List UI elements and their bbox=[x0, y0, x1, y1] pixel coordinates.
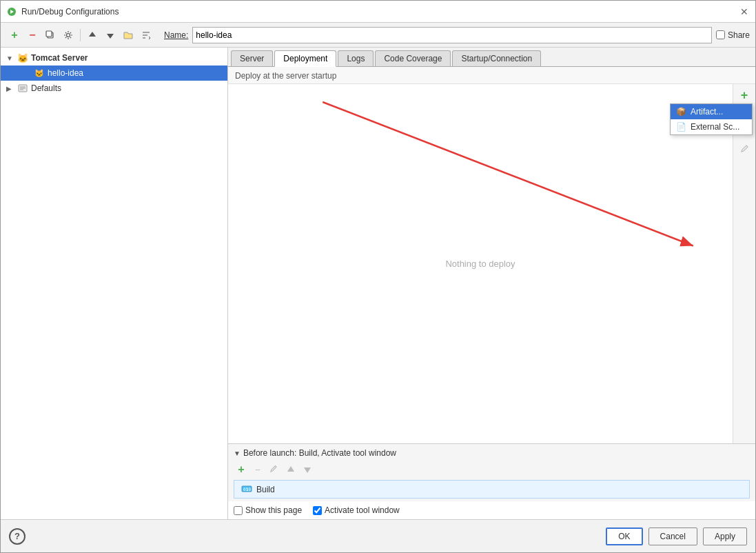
defaults-toggle[interactable]: ▶ bbox=[6, 85, 16, 92]
share-checkbox-area: Share bbox=[716, 30, 750, 40]
main-layout: ▼ 🐱 Tomcat Server 🐱 hello-idea ▶ bbox=[1, 48, 755, 519]
svg-rect-3 bbox=[46, 31, 52, 37]
deploy-label: Deploy at the server startup bbox=[228, 67, 755, 84]
bottom-options: Show this page Activate tool window bbox=[228, 501, 755, 519]
svg-point-4 bbox=[67, 33, 70, 37]
tree-item-tomcat[interactable]: ▼ 🐱 Tomcat Server bbox=[1, 50, 227, 66]
svg-text:10: 10 bbox=[246, 487, 252, 492]
settings-button[interactable] bbox=[60, 27, 76, 43]
bl-add-button[interactable]: + bbox=[234, 462, 249, 477]
tab-server[interactable]: Server bbox=[231, 50, 273, 66]
build-item[interactable]: 01 10 Build bbox=[234, 480, 750, 499]
title-bar: Run/Debug Configurations ✕ bbox=[1, 1, 755, 23]
deploy-list: Nothing to deploy bbox=[228, 84, 733, 443]
deploy-dropdown: 📦 Artifact... 📄 External Sc... bbox=[670, 103, 753, 135]
hello-idea-icon: 🐱 bbox=[34, 68, 45, 79]
toolbar-separator bbox=[80, 29, 81, 41]
external-icon: 📄 bbox=[676, 122, 686, 132]
footer: ? OK Cancel Apply bbox=[1, 519, 755, 552]
activate-window-checkbox[interactable] bbox=[313, 506, 322, 515]
run-debug-dialog: Run/Debug Configurations ✕ + − bbox=[0, 0, 756, 553]
move-down-button[interactable] bbox=[102, 27, 119, 43]
deploy-section: Deploy at the server startup bbox=[228, 67, 755, 443]
dialog-icon bbox=[6, 6, 17, 17]
right-panel: Server Deployment Logs Code Coverage Sta… bbox=[228, 48, 755, 519]
tomcat-toggle[interactable]: ▼ bbox=[6, 54, 16, 62]
external-label: External Sc... bbox=[691, 122, 739, 132]
before-launch-section: ▼ Before launch: Build, Activate tool wi… bbox=[228, 443, 755, 501]
tree-item-hello-idea[interactable]: 🐱 hello-idea bbox=[1, 66, 227, 81]
defaults-label: Defaults bbox=[31, 83, 61, 93]
cancel-button[interactable]: Cancel bbox=[648, 527, 697, 545]
apply-button[interactable]: Apply bbox=[703, 527, 747, 545]
help-icon: ? bbox=[14, 531, 20, 541]
show-page-checkbox[interactable] bbox=[234, 506, 243, 515]
tab-startup[interactable]: Startup/Connection bbox=[452, 50, 541, 66]
artifact-label: Artifact... bbox=[691, 107, 723, 117]
bl-edit-button[interactable] bbox=[267, 462, 282, 477]
tab-content: Deploy at the server startup bbox=[228, 67, 755, 519]
dropdown-artifact[interactable]: 📦 Artifact... bbox=[671, 104, 752, 119]
before-launch-toolbar: + − bbox=[228, 462, 755, 480]
copy-config-button[interactable] bbox=[42, 27, 59, 43]
close-button[interactable]: ✕ bbox=[739, 6, 750, 17]
tree-item-defaults[interactable]: ▶ Defaults bbox=[1, 81, 227, 96]
tab-coverage[interactable]: Code Coverage bbox=[375, 50, 451, 66]
show-page-label: Show this page bbox=[245, 505, 302, 515]
sort-button[interactable] bbox=[138, 27, 154, 43]
build-icon: 01 10 bbox=[241, 483, 252, 496]
tab-deployment[interactable]: Deployment bbox=[274, 50, 336, 67]
activate-window-option[interactable]: Activate tool window bbox=[313, 505, 400, 515]
deploy-side-toolbar: + 📦 Artifact... 📄 bbox=[733, 84, 755, 443]
artifact-icon: 📦 bbox=[676, 107, 686, 117]
build-label: Build bbox=[256, 485, 275, 494]
show-page-option[interactable]: Show this page bbox=[234, 505, 302, 515]
tomcat-icon: 🐱 bbox=[17, 52, 28, 63]
hello-idea-label: hello-idea bbox=[48, 68, 83, 78]
tabs-bar: Server Deployment Logs Code Coverage Sta… bbox=[228, 48, 755, 67]
tomcat-label: Tomcat Server bbox=[31, 53, 88, 63]
name-label: Name: bbox=[164, 30, 188, 40]
bl-remove-button[interactable]: − bbox=[250, 462, 265, 477]
move-up-button[interactable] bbox=[84, 27, 101, 43]
add-deploy-container: + 📦 Artifact... 📄 bbox=[736, 87, 753, 103]
folder-button[interactable] bbox=[120, 27, 136, 43]
svg-line-10 bbox=[323, 102, 693, 245]
deploy-row: Nothing to deploy + 📦 bbox=[228, 84, 755, 443]
left-panel: ▼ 🐱 Tomcat Server 🐱 hello-idea ▶ bbox=[1, 48, 228, 519]
footer-left: ? bbox=[9, 528, 25, 545]
dropdown-external[interactable]: 📄 External Sc... bbox=[671, 119, 752, 134]
ok-button[interactable]: OK bbox=[606, 527, 642, 545]
before-launch-label: Before launch: Build, Activate tool wind… bbox=[243, 448, 396, 458]
name-input[interactable] bbox=[192, 27, 712, 43]
remove-config-button[interactable]: − bbox=[24, 27, 41, 43]
tab-logs[interactable]: Logs bbox=[338, 50, 374, 66]
main-toolbar: + − bbox=[1, 23, 755, 48]
footer-right: OK Cancel Apply bbox=[606, 527, 747, 545]
bl-down-button[interactable] bbox=[300, 462, 315, 477]
share-checkbox[interactable] bbox=[716, 30, 725, 39]
nothing-to-deploy-text: Nothing to deploy bbox=[445, 259, 515, 269]
activate-window-label: Activate tool window bbox=[325, 505, 400, 515]
add-config-button[interactable]: + bbox=[6, 27, 23, 43]
bl-up-button[interactable] bbox=[283, 462, 298, 477]
deploy-edit-button[interactable] bbox=[736, 141, 753, 157]
share-label: Share bbox=[728, 30, 750, 40]
collapse-icon[interactable]: ▼ bbox=[234, 450, 241, 457]
dialog-title: Run/Debug Configurations bbox=[21, 7, 739, 17]
defaults-icon bbox=[17, 83, 28, 94]
config-tree[interactable]: ▼ 🐱 Tomcat Server 🐱 hello-idea ▶ bbox=[1, 48, 227, 519]
before-launch-header: ▼ Before launch: Build, Activate tool wi… bbox=[228, 444, 755, 462]
help-button[interactable]: ? bbox=[9, 528, 25, 545]
add-deploy-button[interactable]: + bbox=[736, 87, 753, 103]
